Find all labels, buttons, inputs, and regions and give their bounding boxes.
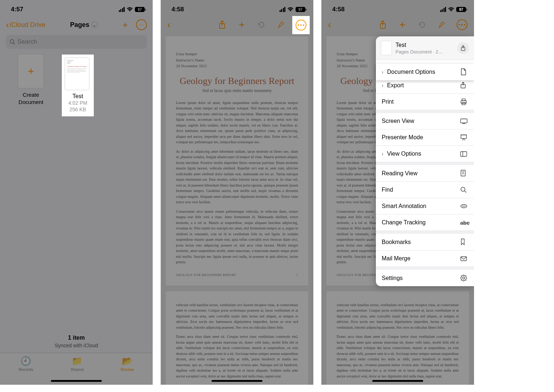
menu-header: Test Pages Document · 2… [376, 36, 474, 60]
screen-3-menu: 4:58 97 ‹ + Urna Semper Instructor's Nam… [321, 0, 474, 385]
search-icon [9, 39, 15, 45]
menu-print[interactable]: Print [376, 94, 474, 110]
page-footer-label: GEOLOGY FOR BEGINNERS REPORT [176, 273, 236, 277]
svg-point-25 [463, 277, 465, 279]
svg-point-0 [10, 40, 14, 43]
screen-icon [460, 119, 468, 124]
doc-paragraph: Ac dolor ac adipiscing amet bibendum nul… [176, 149, 298, 205]
battery-icon: 97 [456, 7, 466, 12]
search-icon [460, 187, 468, 193]
clock-icon: 🕘 [20, 356, 31, 366]
doc-title: Geology for Beginners Report [176, 76, 298, 87]
document-page-1[interactable]: Urna Semper Instructor's Name 28 Novembe… [166, 36, 308, 285]
more-button[interactable] [457, 19, 467, 30]
battery-icon: 97 [296, 7, 305, 12]
menu-share-button[interactable] [457, 42, 469, 54]
reading-icon [460, 170, 468, 177]
status-bar: 4:58 97 [161, 0, 313, 16]
battery-icon: 97 [135, 7, 145, 12]
add-icon[interactable]: + [398, 20, 407, 29]
svg-rect-7 [461, 101, 466, 103]
tab-recents[interactable]: 🕘 Recents [19, 356, 33, 385]
share-icon[interactable] [378, 20, 388, 29]
export-icon [460, 82, 468, 89]
menu-mail-merge[interactable]: Mail Merge [376, 251, 474, 267]
undo-icon[interactable] [257, 20, 266, 29]
cellular-icon [280, 7, 286, 12]
menu-smart-annotation[interactable]: Smart Annotation [376, 198, 474, 215]
more-button[interactable]: ⋯ [136, 19, 147, 30]
menu-doc-subtitle: Pages Document · 2… [396, 49, 443, 55]
home-indicator[interactable] [372, 380, 423, 382]
menu-presenter-mode[interactable]: Presenter Mode [376, 129, 474, 146]
svg-rect-13 [461, 152, 467, 156]
doc-date: 28 November 2022 [176, 63, 298, 69]
chevron-down-icon: ⌄ [91, 21, 98, 28]
chevron-right-icon: › [382, 151, 384, 157]
tab-browse[interactable]: 📂 Browse [121, 356, 134, 385]
menu-screen-view[interactable]: Screen View [376, 113, 474, 129]
document-toolbar: ‹ + [321, 16, 474, 33]
wifi-icon [287, 7, 294, 12]
svg-rect-9 [461, 119, 467, 123]
menu-reading-view[interactable]: Reading View [376, 165, 474, 182]
share-icon[interactable] [217, 20, 227, 29]
svg-point-24 [461, 275, 466, 281]
back-button[interactable]: ‹ [328, 19, 331, 31]
nav-bar: ‹ iCloud Drive Pages ⌄ + ⋯ [0, 16, 153, 33]
home-indicator[interactable] [212, 380, 262, 382]
menu-bookmarks[interactable]: Bookmarks [376, 234, 474, 251]
menu-thumbnail [381, 41, 392, 55]
doc-author: Urna Semper [176, 51, 298, 57]
doc-paragraph: Lorem ipsum dolor sit amet, ligula suspe… [176, 100, 298, 145]
wifi-icon [127, 7, 133, 12]
document-tile-test[interactable]: Urna SemperInstructor28 Nov Geology for … [62, 55, 94, 116]
document-icon [460, 68, 468, 76]
annotation-icon [460, 204, 468, 208]
undo-icon[interactable] [417, 20, 427, 29]
plus-icon: + [18, 54, 44, 88]
back-button[interactable]: ‹ [167, 19, 170, 31]
document-page-2[interactable]: vehicula velit hasellus lectus, vestibul… [166, 291, 308, 385]
menu-document-options-highlight[interactable]: ›Document Options [376, 64, 474, 80]
chevron-right-icon: › [382, 69, 384, 75]
home-indicator[interactable] [51, 380, 102, 382]
gear-icon [460, 275, 468, 281]
svg-line-20 [465, 191, 466, 193]
add-icon[interactable]: + [237, 20, 246, 29]
svg-rect-11 [461, 135, 466, 139]
document-name: Test [65, 93, 91, 100]
menu-change-tracking[interactable]: Change Tracking abc [376, 215, 474, 231]
menu-find[interactable]: Find [376, 182, 474, 198]
more-button-highlight[interactable] [292, 16, 310, 34]
document-thumbnail: Urna SemperInstructor28 Nov Geology for … [65, 57, 89, 90]
svg-point-19 [461, 187, 465, 191]
page-footer-number: 1 [296, 273, 298, 277]
document-toolbar: ‹ + [161, 16, 313, 33]
format-brush-icon[interactable] [437, 20, 446, 29]
footer-status: 1 item Synced with iCloud [0, 335, 153, 348]
sidebar-icon [460, 151, 468, 157]
folder-title-dropdown[interactable]: Pages ⌄ [70, 21, 98, 29]
menu-settings[interactable]: Settings [376, 270, 474, 286]
doc-paragraph: Donec arcu risus diam amet sit. Congue t… [176, 334, 298, 379]
document-time: 4:02 PM [65, 100, 91, 106]
menu-view-options[interactable]: ›View Options [376, 146, 474, 162]
presentation-icon [460, 134, 468, 141]
doc-paragraph: Consectetuer arcu ipsum ornare pellentes… [176, 209, 298, 265]
add-button[interactable]: + [123, 19, 128, 31]
create-document-tile[interactable]: + Create Document [15, 54, 47, 105]
status-bar: 4:58 97 [321, 0, 474, 16]
strikethrough-icon: abc [460, 220, 468, 226]
search-input[interactable]: Search [6, 35, 147, 49]
doc-paragraph: vehicula velit hasellus lectus, vestibul… [176, 302, 298, 331]
back-button[interactable]: ‹ iCloud Drive [6, 19, 45, 31]
status-time: 4:58 [332, 6, 345, 13]
menu-doc-title: Test [396, 42, 443, 48]
svg-rect-23 [461, 257, 467, 261]
format-brush-icon[interactable] [276, 20, 286, 29]
cellular-icon [440, 7, 446, 12]
chevron-right-icon: › [382, 83, 384, 88]
folder-shared-icon: 📁 [72, 356, 83, 366]
status-time: 4:57 [11, 6, 23, 13]
